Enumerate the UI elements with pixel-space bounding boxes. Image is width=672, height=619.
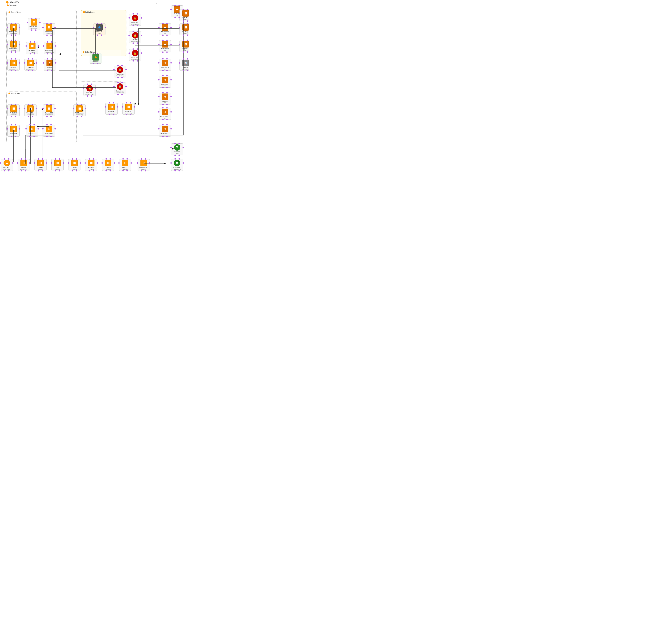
elasticau-icon: ✦ [47,60,53,66]
node-debianeth0[interactable]: ⊞ DebianEth0 NetworkInte [7,125,20,137]
amazon-icon: ⊞ [122,160,128,166]
node-instancep[interactable]: ⛑ InstanceP... InstancePro [171,159,183,171]
kibanasec-sg-sublabel: SecurityGroup [116,92,124,93]
elbelasti-sg-icon: 🔒 [132,32,138,39]
node-wazuhnetw[interactable]: ⊞ WazuhNetw... LoadBalancer [44,42,56,54]
node-debian[interactable]: ⊞ Debian Instance [68,159,80,171]
node-windowset[interactable]: ⊞ WindowsEt... NetworkInte [26,125,38,137]
node-tlslisten[interactable]: ⊞ TLSListen... Listener [179,9,189,21]
node-kibana-ins[interactable]: ⊞ KibanaIns... Instance [43,23,55,35]
subnetela-label: SubnetEla... [91,61,100,63]
node-amazoneth0[interactable]: ⊞ AmazonEth0 NetworkInte [43,125,55,137]
node-ubuntueip[interactable]: ➡ UbuntuEIP EIP [159,23,171,35]
wazuhmast-ni-sublabel: NetworkInte [30,28,38,29]
wazuhmast2-sublabel: Instance [11,50,16,51]
node-ubuntu[interactable]: ⊞ Ubuntu Instance [51,159,64,171]
node-centos[interactable]: ⊞ Centos Instance [102,159,114,171]
node-publicroute[interactable]: 🔷 PublicRou... Route [93,23,105,35]
subnet-pub-label: 🟧 PublicRou... [83,11,95,13]
ubuntu-label: Ubuntu [55,166,60,168]
node-wazuhmast2[interactable]: ⊞ WazuhMast... Instance [7,40,20,52]
node-registrat2[interactable]: ⊞ Registrat... Listener [179,40,189,52]
node-rheleth0[interactable]: ⊞ RHELEth0 NetworkInte [7,105,20,116]
node-elblogsta-sg[interactable]: 🔒 ElbLogsta... SecurityGroup [129,14,141,26]
amazoneth0-label: AmazonEth0 [45,132,54,134]
rheleth0-sublabel: NetworkInte [10,114,17,116]
wazuhsec-sg-icon: 🔒 [117,66,123,73]
node-elasticse-sg[interactable]: 🔒 ElasticSe... SecurityGroup [83,84,96,96]
windowseip-sublabel: EIP [164,68,166,70]
instancer-sublabel: Role [176,153,178,154]
node-registrat3[interactable]: ⊞ Registrat... TargetGroup [122,103,135,115]
node-amazon[interactable]: ⊞ Amazon Instance [119,159,131,171]
rhel7-sublabel: Instance [38,168,43,170]
wazuhmast2-icon: ⊞ [10,41,17,48]
node-amazoneip[interactable]: ➡ AmazonEIP EIP [159,93,171,105]
kibana-ins-icon: ⊞ [46,24,52,30]
node-internetg[interactable]: ☁ InternetG... InternetGat [1,159,13,171]
node-wazuhmasteip[interactable]: ➡ WazuhMast... EIP [159,125,171,137]
node-splunksec-sg[interactable]: 🔒 SplunkSec... SecurityGroup [129,49,141,61]
node-wazuhworkeip[interactable]: ➡ WazuhWork... EIP [159,108,171,120]
node-wazuhwork-ni[interactable]: ⊞ WazuhWork... NetworkInte [7,23,20,35]
node-cpuutiliz[interactable]: 📊 CpuUtiliz... ScalingPolic [179,59,189,71]
node-wazuhmast-ni[interactable]: ⊞ WazuhMast... NetworkInte [28,18,40,30]
elbelastic-sublabel: LoadBalancer [26,68,34,70]
node-kibanasec-sg[interactable]: 🔒 KibanaSec... SecurityGroup [114,82,126,94]
reporting3-icon: ⊞ [108,104,115,110]
debian-label: Debian [72,166,77,168]
node-ubuntueth0[interactable]: ⊞ UbuntuEth0 NetworkInte [24,105,36,116]
wazuhnetw-sublabel: LoadBalancer [46,51,54,53]
node-elbelasti-sg[interactable]: 🔒 ElbElasti... SecurityGroup [129,31,141,43]
debianeip-label: DebianEIP [161,48,168,50]
instancer-icon: ⛑ [174,144,180,151]
tlstarget-icon: ⊞ [76,105,83,112]
centoseth0-sublabel: NetworkInte [46,114,53,116]
node-wazuhwork2[interactable]: ⊞ WazuhWork... Instance [138,159,150,171]
node-reporting2[interactable]: ⊞ Reporting... Listener [179,23,189,35]
rhel7-label: RHEL7 [38,166,43,168]
ubuntu-icon: ⊞ [54,160,61,166]
splunksec-sg-sublabel: SecurityGroup [131,59,139,60]
internetg-label: InternetG... [3,166,10,168]
wazuhworkeip-icon: ➡ [162,109,168,115]
elasticla-sublabel: LaunchConf [20,168,27,170]
amazoneip-label: AmazonEIP [161,100,169,102]
vpc-label: 🔶 WazuhVpc [7,4,18,6]
elbelastic-icon: ⊞ [27,60,33,66]
amazoneth0-sublabel: NetworkInte [46,134,53,136]
node-centoseip[interactable]: ➡ CentosEIP EIP [159,76,171,87]
elblogstab-sublabel: LoadBalancer [9,68,17,70]
node-subnetela[interactable]: 🔶 SubnetEla... [90,53,102,64]
tlslisten-icon: ⊞ [182,10,189,16]
centoseth0-icon: ⊞ [46,105,52,112]
wazuhmast-ni-icon: ⊞ [30,19,37,25]
reporting2-label: Reporting... [182,31,189,33]
node-elasticau[interactable]: ✦ ElasticAu... AutoScaling [44,59,56,71]
node-elbelastic[interactable]: ⊞ ElbElastic LoadBalancer [24,59,36,71]
node-rhel7[interactable]: ⊞ RHEL7 Instance [34,159,47,171]
node-reporting3[interactable]: ⊞ Reporting... TargetGroup [105,103,118,115]
wazuhmasteip-sublabel: EIP [164,134,166,136]
instancep-sublabel: InstancePro [173,168,181,170]
node-tlstarget[interactable]: ⊞ TLSTarget... TargetGroup [73,105,85,116]
ubuntueip-sublabel: EIP [164,33,166,34]
elblogstab-icon: ⊞ [10,60,17,66]
node-windowseip[interactable]: ➡ WindowsEIP EIP [159,59,171,71]
node-debianeip[interactable]: ➡ DebianEIP EIP [159,40,171,52]
node-elblogstab[interactable]: ⊞ ElbLogsta... LoadBalancer [7,59,20,71]
debianeth0-icon: ⊞ [10,126,17,132]
node-windows[interactable]: ⊞ Windows Instance [85,159,97,171]
node-wazuhsec-sg[interactable]: 🔒 WazuhSec... SecurityGroup [114,66,126,77]
kibanasec-sg-label: KibanaSec... [116,90,124,92]
node-instancer[interactable]: ⛑ InstanceR... Role [171,143,183,155]
splunkIns-icon: ⊞ [29,43,35,49]
centos-label: Centos [106,166,111,168]
amazoneip-icon: ➡ [162,93,168,100]
splunkIns-sublabel: Instance [30,51,35,53]
cpuutiliz-label: CpuUtiliz... [182,66,189,68]
node-centoseth0[interactable]: ⊞ CentosEth0 NetworkInte [43,105,55,116]
node-splunkIns[interactable]: ⊞ SplunkIns... Instance [26,42,39,54]
rheleth0-icon: ⊞ [10,105,17,112]
node-elasticla[interactable]: ⊞ ElasticLa... LaunchConf [17,159,30,171]
